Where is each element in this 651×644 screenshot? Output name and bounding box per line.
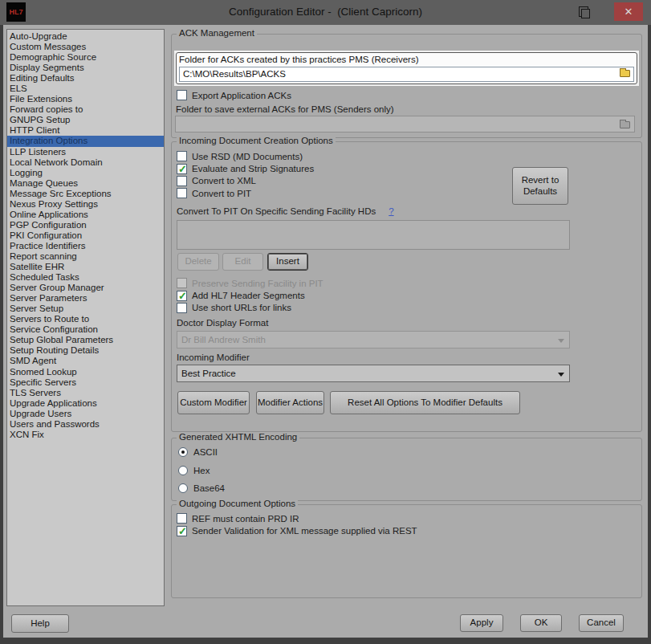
sidebar-item-label: GNUPG Setup bbox=[10, 115, 70, 124]
sidebar-item[interactable]: Demographic Source bbox=[7, 52, 164, 63]
sidebar-item-label: Service Configuration bbox=[10, 324, 98, 334]
sidebar-item[interactable]: Display Segments bbox=[7, 63, 164, 73]
sidebar-item[interactable]: Online Applications bbox=[7, 210, 164, 220]
cancel-button[interactable]: Cancel bbox=[579, 614, 624, 632]
outgoing-checkbox[interactable]: REF must contain PRD IR bbox=[177, 512, 417, 524]
radio-button[interactable] bbox=[178, 466, 188, 475]
sidebar-item-label: Report scanning bbox=[10, 251, 77, 261]
incoming-checkbox[interactable]: Convert to XML bbox=[177, 175, 314, 187]
help-button[interactable]: Help bbox=[11, 614, 69, 633]
sidebar-item[interactable]: Server Setup bbox=[7, 304, 164, 314]
sidebar-item[interactable]: Forward copies to bbox=[7, 104, 164, 115]
sidebar-item-label: File Extensions bbox=[10, 94, 72, 104]
window-restore-icon[interactable] bbox=[579, 6, 588, 17]
sidebar-item[interactable]: Practice Identifiers bbox=[7, 241, 164, 251]
sidebar-item[interactable]: HTTP Client bbox=[7, 125, 164, 136]
sidebar-item[interactable]: PGP Configuration bbox=[7, 220, 164, 230]
category-list[interactable]: Auto-Upgrade Custom Messages Demographic… bbox=[6, 29, 165, 606]
encoding-radio[interactable]: ASCII bbox=[178, 443, 225, 461]
sidebar-item[interactable]: Report scanning bbox=[7, 251, 164, 262]
sidebar-item[interactable]: XCN Fix bbox=[7, 430, 164, 440]
sidebar-item[interactable]: Upgrade Applications bbox=[7, 398, 164, 409]
sidebar-item-label: ELS bbox=[10, 84, 27, 93]
sidebar-item[interactable]: Server Parameters bbox=[7, 293, 164, 304]
checkbox-box[interactable] bbox=[177, 278, 187, 288]
sidebar-item[interactable]: SMD Agent bbox=[7, 356, 164, 366]
incoming-checkbox[interactable]: Convert to PIT bbox=[177, 187, 314, 199]
browse-folder-icon[interactable] bbox=[620, 70, 630, 77]
radio-button[interactable] bbox=[178, 447, 188, 457]
insert-button[interactable]: Insert bbox=[267, 253, 308, 271]
checkbox-box[interactable] bbox=[177, 291, 187, 301]
title-bar[interactable]: HL7 Configuration Editor - (Client Capri… bbox=[0, 0, 651, 25]
incoming-checkbox[interactable]: Use short URLs for links bbox=[177, 302, 323, 314]
sidebar-item-label: LLP Listeners bbox=[10, 147, 66, 157]
group-incoming-options: Incoming Document Creation Options Use R… bbox=[171, 141, 642, 432]
checkbox-label: Export Application ACKs bbox=[192, 91, 291, 100]
sidebar-item[interactable]: Service Configuration bbox=[7, 324, 164, 335]
sidebar-item-label: Editing Defaults bbox=[10, 73, 75, 83]
custom-modifier-button[interactable]: Custom Modifier bbox=[177, 391, 250, 414]
encoding-radio[interactable]: Hex bbox=[178, 461, 225, 479]
help-question-link[interactable]: ? bbox=[389, 206, 393, 216]
sidebar-item[interactable]: TLS Servers bbox=[7, 388, 164, 398]
sidebar-item[interactable]: Satellite EHR bbox=[7, 262, 164, 272]
receiver-folder-input[interactable] bbox=[179, 67, 634, 82]
revert-to-defaults-button[interactable]: Revert to Defaults bbox=[512, 167, 568, 205]
ok-button[interactable]: OK bbox=[520, 614, 562, 632]
incoming-checkbox[interactable]: Use RSD (MD Documents) bbox=[177, 150, 314, 162]
export-acks-checkbox[interactable]: Export Application ACKs bbox=[177, 89, 291, 101]
outgoing-checkbox[interactable]: Sender Validation for XML message suppli… bbox=[177, 524, 417, 536]
sidebar-item[interactable]: Setup Global Parameters bbox=[7, 335, 164, 345]
sidebar-item[interactable]: Auto-Upgrade bbox=[7, 31, 164, 42]
checkbox-box[interactable] bbox=[177, 188, 187, 198]
reset-all-options-button[interactable]: Reset All Options To Modifier Defaults bbox=[330, 391, 520, 414]
checkbox-box[interactable] bbox=[177, 90, 187, 100]
checkbox-box[interactable] bbox=[177, 176, 187, 186]
sidebar-item-label: Users and Passwords bbox=[10, 419, 100, 429]
sidebar-item-label: Snomed Lookup bbox=[10, 367, 77, 377]
delete-button: Delete bbox=[177, 253, 219, 271]
checkbox-box[interactable] bbox=[177, 526, 187, 536]
sidebar-item[interactable]: Integration Options bbox=[7, 136, 164, 146]
encoding-radio[interactable]: Base64 bbox=[178, 479, 225, 497]
sidebar-item[interactable]: Custom Messages bbox=[7, 42, 164, 52]
sidebar-item[interactable]: Message Src Exceptions bbox=[7, 189, 164, 199]
sidebar-item-label: PGP Configuration bbox=[10, 220, 87, 230]
sidebar-item[interactable]: PKI Configuration bbox=[7, 230, 164, 241]
radio-button[interactable] bbox=[178, 483, 188, 493]
incoming-checkbox[interactable]: Add HL7 Header Segments bbox=[177, 289, 323, 301]
checkbox-box[interactable] bbox=[177, 151, 187, 161]
pit-facility-listbox[interactable] bbox=[177, 220, 570, 250]
sidebar-item[interactable]: GNUPG Setup bbox=[7, 115, 164, 125]
sidebar-item[interactable]: Servers to Route to bbox=[7, 314, 164, 324]
sidebar-item[interactable]: Editing Defaults bbox=[7, 73, 164, 84]
checkbox-box[interactable] bbox=[177, 164, 187, 174]
incoming-checkbox[interactable]: Evaluate and Strip Signatures bbox=[177, 162, 314, 174]
chevron-down-icon bbox=[558, 373, 564, 377]
sidebar-item[interactable]: Scheduled Tasks bbox=[7, 272, 164, 283]
sidebar-item[interactable]: Nexus Proxy Settings bbox=[7, 199, 164, 210]
sidebar-item-label: Server Setup bbox=[10, 304, 63, 313]
receiver-folder-inner: Folder for ACKs created by this practice… bbox=[176, 52, 637, 84]
sidebar-item[interactable]: Server Group Manager bbox=[7, 283, 164, 293]
sidebar-item[interactable]: Setup Routing Details bbox=[7, 345, 164, 356]
checkbox-box[interactable] bbox=[177, 303, 187, 313]
sidebar-item[interactable]: Manage Queues bbox=[7, 178, 164, 189]
close-button[interactable]: ✕ bbox=[614, 2, 643, 21]
checkbox-label: Preserve Sending Facility in PIT bbox=[192, 279, 323, 288]
sidebar-item[interactable]: Local Network Domain bbox=[7, 157, 164, 168]
sidebar-item[interactable]: Specific Servers bbox=[7, 377, 164, 388]
sidebar-item[interactable]: ELS bbox=[7, 84, 164, 94]
sidebar-item[interactable]: LLP Listeners bbox=[7, 147, 164, 157]
incoming-modifier-select[interactable]: Best Practice bbox=[177, 365, 570, 382]
sidebar-item[interactable]: Users and Passwords bbox=[7, 419, 164, 430]
apply-button[interactable]: Apply bbox=[460, 614, 503, 632]
sidebar-item[interactable]: File Extensions bbox=[7, 94, 164, 104]
modifier-actions-button[interactable]: Modifier Actions bbox=[256, 391, 324, 414]
checkbox-box[interactable] bbox=[177, 513, 187, 524]
sidebar-item[interactable]: Logging bbox=[7, 168, 164, 178]
sidebar-item[interactable]: Upgrade Users bbox=[7, 409, 164, 419]
sidebar-item[interactable]: Snomed Lookup bbox=[7, 367, 164, 377]
checkbox-label: Use RSD (MD Documents) bbox=[192, 152, 303, 161]
